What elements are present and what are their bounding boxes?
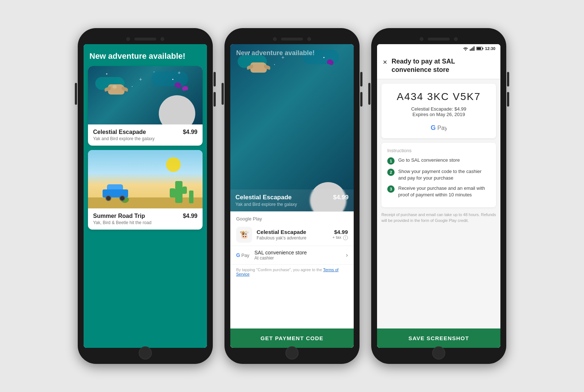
star-icon bbox=[106, 73, 107, 74]
purchase-game-preview: + New adventure available! Celestial Esc… bbox=[230, 44, 354, 211]
volume-up-button[interactable] bbox=[360, 72, 362, 87]
payment-title: Ready to pay at SAL convenience store bbox=[392, 57, 495, 74]
power-button[interactable] bbox=[75, 83, 77, 105]
home-button[interactable] bbox=[285, 346, 299, 360]
plus-star-icon: + bbox=[139, 76, 142, 82]
payment-code-card: A434 3KC V5K7 Celestial Escapade: $4.99 … bbox=[381, 84, 496, 138]
gpay-payment-row[interactable]: G Pay SAL convenience store At cashier › bbox=[230, 246, 354, 265]
gpay-details: SAL convenience store At cashier bbox=[254, 250, 346, 261]
gpay-store-name: SAL convenience store bbox=[254, 250, 346, 255]
instruction-item-2: 2 Show your payment code to the cashier … bbox=[387, 168, 490, 181]
star-icon bbox=[154, 72, 154, 72]
phone-3: 12:30 × Ready to pay at SAL convenience … bbox=[371, 28, 506, 364]
code-item-name: Celestial Escapade: $4.99 bbox=[411, 106, 466, 112]
home-button[interactable] bbox=[432, 346, 445, 360]
gpay-logo-svg: G Pay bbox=[236, 252, 250, 258]
close-button[interactable]: × bbox=[383, 58, 387, 66]
code-details: Celestial Escapade: $4.99 Expires on May… bbox=[411, 106, 466, 117]
summer-card-image bbox=[88, 150, 203, 208]
svg-rect-4 bbox=[472, 47, 473, 51]
power-button[interactable] bbox=[222, 83, 224, 105]
status-time: 12:30 bbox=[485, 46, 495, 51]
instruction-item-3: 3 Receive your purchase and an email wit… bbox=[387, 185, 490, 198]
wifi-icon bbox=[463, 46, 468, 51]
store-screen: New adventure available! + + bbox=[84, 44, 207, 348]
instruction-text-1: Go to SAL convenience store bbox=[398, 157, 460, 164]
svg-text:G Pay: G Pay bbox=[431, 124, 447, 131]
front-camera bbox=[273, 37, 277, 41]
purchase-game-title: Celestial Escapade bbox=[235, 194, 297, 201]
purchase-item-price: $4.99 + tax i bbox=[333, 229, 348, 240]
get-payment-code-button[interactable]: GET PAYMENT CODE bbox=[230, 328, 354, 348]
volume-up-button[interactable] bbox=[507, 72, 509, 87]
instructions-section: Instructions 1 Go to SAL convenience sto… bbox=[381, 143, 496, 207]
summer-card-text: Summer Road Trip Yak, Bird & Beetle hit … bbox=[93, 213, 151, 225]
save-screenshot-button[interactable]: SAVE SCREENSHOT bbox=[377, 328, 500, 348]
instruction-text-2: Show your payment code to the cashier an… bbox=[398, 168, 490, 181]
screen-2: + New adventure available! Celestial Esc… bbox=[230, 44, 354, 348]
phone-2: + New adventure available! Celestial Esc… bbox=[224, 28, 360, 364]
front-sensor bbox=[454, 37, 458, 41]
purchase-screen: + New adventure available! Celestial Esc… bbox=[230, 44, 354, 348]
screen-3: 12:30 × Ready to pay at SAL convenience … bbox=[377, 44, 500, 348]
svg-rect-2 bbox=[470, 49, 471, 51]
instructions-label: Instructions bbox=[387, 148, 490, 153]
screen-1: New adventure available! + + bbox=[84, 44, 207, 348]
volume-down-button[interactable] bbox=[507, 92, 509, 107]
svg-rect-8 bbox=[483, 48, 484, 49]
celestial-card-info: Celestial Escapade Yak and Bird explore … bbox=[88, 124, 203, 146]
svg-rect-3 bbox=[471, 49, 472, 51]
game-icon: 🐮 bbox=[236, 227, 252, 243]
volume-down-button[interactable] bbox=[360, 92, 362, 107]
phone-top-bar bbox=[84, 34, 207, 44]
celestial-card-text: Celestial Escapade Yak and Bird explore … bbox=[93, 129, 155, 141]
plus-star-icon: + bbox=[178, 70, 181, 76]
phone-top-bar bbox=[230, 34, 354, 44]
speaker bbox=[134, 38, 156, 41]
power-button[interactable] bbox=[368, 83, 370, 105]
phone-bottom-bar bbox=[84, 348, 207, 358]
home-button[interactable] bbox=[139, 346, 152, 360]
celestial-card[interactable]: + + Celestial Escapade bbox=[88, 66, 203, 146]
star-icon bbox=[274, 64, 275, 65]
celestial-title: Celestial Escapade bbox=[93, 129, 155, 135]
celestial-price: $4.99 bbox=[183, 129, 197, 135]
gpay-badge: G Pay bbox=[431, 124, 447, 131]
volume-up-button[interactable] bbox=[214, 72, 216, 87]
phone-top-bar bbox=[377, 34, 500, 44]
space-cloud-2 bbox=[151, 72, 188, 86]
purchase-item-details: Celestial Escapade Fabulous yak's advent… bbox=[257, 229, 333, 241]
phone-bottom-bar bbox=[377, 348, 500, 358]
code-expiry: Expires on May 26, 2019 bbox=[411, 112, 466, 117]
payment-code-screen: 12:30 × Ready to pay at SAL convenience … bbox=[377, 44, 500, 348]
volume-down-button[interactable] bbox=[214, 92, 216, 107]
yak-character bbox=[250, 62, 267, 73]
summer-card-info: Summer Road Trip Yak, Bird & Beetle hit … bbox=[88, 208, 203, 230]
front-sensor bbox=[307, 37, 311, 41]
status-bar: 12:30 bbox=[377, 44, 500, 53]
front-sensor bbox=[161, 37, 164, 41]
disclaimer-text: Receipt of purchase and email can take u… bbox=[381, 212, 496, 224]
purchase-sheet: Google Play 🐮 Celestial Escapade Fabulou… bbox=[230, 211, 354, 348]
instruction-number-1: 1 bbox=[387, 157, 395, 165]
purchase-card-info: Celestial Escapade Yak and Bird explore … bbox=[230, 189, 354, 211]
svg-rect-7 bbox=[477, 47, 481, 50]
car bbox=[103, 188, 128, 201]
small-cactus bbox=[189, 191, 193, 203]
celestial-card-image: + + bbox=[88, 66, 203, 124]
purchase-game-subtitle: Yak and Bird explore the galaxy bbox=[235, 202, 297, 207]
instruction-number-2: 2 bbox=[387, 169, 395, 176]
info-icon[interactable]: i bbox=[343, 235, 348, 240]
gpay-logo: G Pay bbox=[236, 252, 250, 258]
chevron-right-icon: › bbox=[346, 252, 348, 258]
purchase-card-text: Celestial Escapade Yak and Bird explore … bbox=[235, 194, 297, 207]
summer-title: Summer Road Trip bbox=[93, 213, 151, 219]
speaker bbox=[281, 38, 303, 41]
purchase-game-price: $4.99 bbox=[333, 194, 349, 201]
moon bbox=[159, 95, 195, 124]
payment-code: A434 3KC V5K7 bbox=[397, 91, 481, 103]
summer-price: $4.99 bbox=[183, 213, 197, 219]
summer-card[interactable]: Summer Road Trip Yak, Bird & Beetle hit … bbox=[88, 150, 203, 230]
store-header: New adventure available! bbox=[84, 44, 207, 66]
gpay-badge-logo: G Pay bbox=[431, 124, 447, 131]
